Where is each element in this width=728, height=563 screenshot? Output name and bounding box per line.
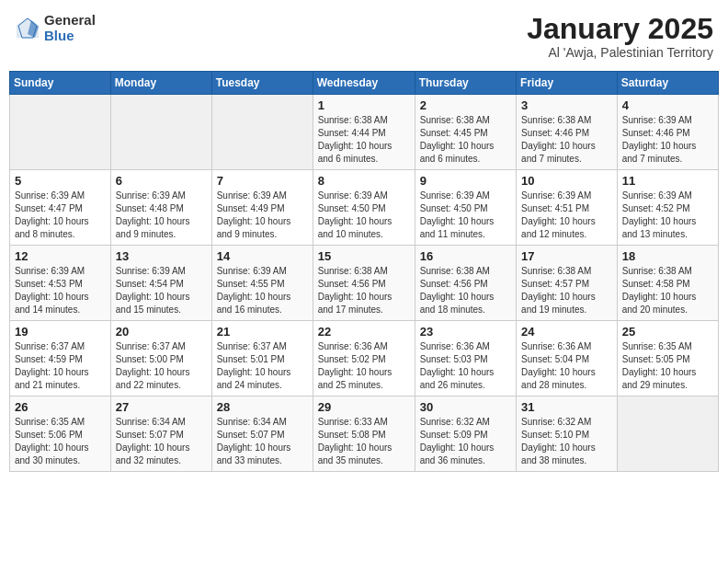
logo-general-text: General: [44, 13, 96, 29]
day-number: 24: [521, 325, 612, 339]
day-number: 4: [622, 98, 713, 112]
calendar-cell: 29Sunrise: 6:33 AM Sunset: 5:08 PM Dayli…: [313, 396, 415, 472]
calendar-cell: 14Sunrise: 6:39 AM Sunset: 4:55 PM Dayli…: [211, 246, 313, 321]
day-number: 28: [217, 400, 308, 414]
day-info: Sunrise: 6:38 AM Sunset: 4:58 PM Dayligh…: [622, 265, 713, 316]
day-info: Sunrise: 6:38 AM Sunset: 4:46 PM Dayligh…: [521, 114, 612, 166]
calendar-cell: 12Sunrise: 6:39 AM Sunset: 4:53 PM Dayli…: [10, 246, 111, 321]
day-number: 31: [521, 400, 612, 414]
day-number: 8: [318, 174, 410, 188]
calendar-cell: 6Sunrise: 6:39 AM Sunset: 4:48 PM Daylig…: [110, 170, 211, 246]
day-info: Sunrise: 6:39 AM Sunset: 4:48 PM Dayligh…: [116, 190, 207, 241]
calendar-cell: 23Sunrise: 6:36 AM Sunset: 5:03 PM Dayli…: [415, 321, 516, 396]
calendar-cell: 26Sunrise: 6:35 AM Sunset: 5:06 PM Dayli…: [10, 396, 111, 472]
calendar-cell: [617, 396, 718, 472]
day-number: 3: [521, 98, 612, 112]
day-info: Sunrise: 6:38 AM Sunset: 4:57 PM Dayligh…: [521, 265, 612, 316]
day-number: 27: [116, 400, 207, 414]
calendar-cell: 3Sunrise: 6:38 AM Sunset: 4:46 PM Daylig…: [517, 95, 618, 170]
logo-blue-text: Blue: [44, 29, 96, 44]
calendar-week-row: 19Sunrise: 6:37 AM Sunset: 4:59 PM Dayli…: [10, 321, 719, 396]
weekday-header-saturday: Saturday: [617, 72, 718, 95]
day-info: Sunrise: 6:36 AM Sunset: 5:02 PM Dayligh…: [318, 340, 410, 392]
logo: General Blue: [15, 13, 96, 43]
day-info: Sunrise: 6:39 AM Sunset: 4:51 PM Dayligh…: [521, 190, 612, 241]
day-info: Sunrise: 6:39 AM Sunset: 4:52 PM Dayligh…: [622, 190, 713, 241]
day-info: Sunrise: 6:39 AM Sunset: 4:46 PM Dayligh…: [622, 114, 713, 166]
weekday-header-sunday: Sunday: [10, 72, 111, 95]
calendar-cell: 18Sunrise: 6:38 AM Sunset: 4:58 PM Dayli…: [617, 246, 718, 321]
calendar-cell: 16Sunrise: 6:38 AM Sunset: 4:56 PM Dayli…: [415, 246, 516, 321]
page-header: General Blue January 2025 Al 'Awja, Pale…: [9, 9, 719, 63]
calendar-cell: [10, 95, 111, 170]
day-info: Sunrise: 6:38 AM Sunset: 4:45 PM Dayligh…: [420, 114, 511, 166]
day-number: 16: [420, 249, 511, 263]
day-info: Sunrise: 6:39 AM Sunset: 4:50 PM Dayligh…: [420, 190, 511, 241]
weekday-header-tuesday: Tuesday: [211, 72, 313, 95]
calendar-cell: 30Sunrise: 6:32 AM Sunset: 5:09 PM Dayli…: [415, 396, 516, 472]
calendar-cell: 22Sunrise: 6:36 AM Sunset: 5:02 PM Dayli…: [313, 321, 415, 396]
calendar-cell: 17Sunrise: 6:38 AM Sunset: 4:57 PM Dayli…: [517, 246, 618, 321]
calendar-week-row: 12Sunrise: 6:39 AM Sunset: 4:53 PM Dayli…: [10, 246, 719, 321]
day-info: Sunrise: 6:39 AM Sunset: 4:53 PM Dayligh…: [15, 265, 106, 316]
calendar-cell: 13Sunrise: 6:39 AM Sunset: 4:54 PM Dayli…: [110, 246, 211, 321]
calendar-week-row: 5Sunrise: 6:39 AM Sunset: 4:47 PM Daylig…: [10, 170, 719, 246]
calendar-cell: 8Sunrise: 6:39 AM Sunset: 4:50 PM Daylig…: [313, 170, 415, 246]
calendar-cell: 21Sunrise: 6:37 AM Sunset: 5:01 PM Dayli…: [211, 321, 313, 396]
day-number: 22: [318, 325, 410, 339]
day-number: 9: [420, 174, 511, 188]
calendar-cell: 25Sunrise: 6:35 AM Sunset: 5:05 PM Dayli…: [617, 321, 718, 396]
day-info: Sunrise: 6:39 AM Sunset: 4:55 PM Dayligh…: [217, 265, 308, 316]
day-number: 7: [217, 174, 308, 188]
day-info: Sunrise: 6:37 AM Sunset: 5:00 PM Dayligh…: [116, 340, 207, 392]
month-title: January 2025: [527, 13, 713, 45]
day-number: 14: [217, 249, 308, 263]
calendar-cell: 1Sunrise: 6:38 AM Sunset: 4:44 PM Daylig…: [313, 95, 415, 170]
calendar-cell: 10Sunrise: 6:39 AM Sunset: 4:51 PM Dayli…: [517, 170, 618, 246]
day-number: 11: [622, 174, 713, 188]
calendar-cell: 9Sunrise: 6:39 AM Sunset: 4:50 PM Daylig…: [415, 170, 516, 246]
day-number: 26: [15, 400, 106, 414]
calendar-cell: 5Sunrise: 6:39 AM Sunset: 4:47 PM Daylig…: [10, 170, 111, 246]
calendar-cell: 19Sunrise: 6:37 AM Sunset: 4:59 PM Dayli…: [10, 321, 111, 396]
calendar-week-row: 1Sunrise: 6:38 AM Sunset: 4:44 PM Daylig…: [10, 95, 719, 170]
day-info: Sunrise: 6:37 AM Sunset: 5:01 PM Dayligh…: [217, 340, 308, 392]
day-info: Sunrise: 6:39 AM Sunset: 4:50 PM Dayligh…: [318, 190, 410, 241]
calendar-week-row: 26Sunrise: 6:35 AM Sunset: 5:06 PM Dayli…: [10, 396, 719, 472]
weekday-header-friday: Friday: [517, 72, 618, 95]
day-number: 10: [521, 174, 612, 188]
day-number: 1: [318, 98, 410, 112]
day-number: 6: [116, 174, 207, 188]
weekday-header-thursday: Thursday: [415, 72, 516, 95]
weekday-header-monday: Monday: [110, 72, 211, 95]
calendar-cell: [110, 95, 211, 170]
day-info: Sunrise: 6:39 AM Sunset: 4:49 PM Dayligh…: [217, 190, 308, 241]
calendar-cell: 7Sunrise: 6:39 AM Sunset: 4:49 PM Daylig…: [211, 170, 313, 246]
day-number: 2: [420, 98, 511, 112]
day-info: Sunrise: 6:32 AM Sunset: 5:09 PM Dayligh…: [420, 416, 511, 467]
calendar-cell: [211, 95, 313, 170]
day-info: Sunrise: 6:39 AM Sunset: 4:54 PM Dayligh…: [116, 265, 207, 316]
weekday-header-wednesday: Wednesday: [313, 72, 415, 95]
day-number: 17: [521, 249, 612, 263]
day-info: Sunrise: 6:38 AM Sunset: 4:56 PM Dayligh…: [318, 265, 410, 316]
day-info: Sunrise: 6:32 AM Sunset: 5:10 PM Dayligh…: [521, 416, 612, 467]
day-number: 23: [420, 325, 511, 339]
calendar-cell: 2Sunrise: 6:38 AM Sunset: 4:45 PM Daylig…: [415, 95, 516, 170]
day-number: 29: [318, 400, 410, 414]
logo-text: General Blue: [44, 13, 96, 43]
calendar-cell: 20Sunrise: 6:37 AM Sunset: 5:00 PM Dayli…: [110, 321, 211, 396]
calendar-cell: 28Sunrise: 6:34 AM Sunset: 5:07 PM Dayli…: [211, 396, 313, 472]
calendar-cell: 24Sunrise: 6:36 AM Sunset: 5:04 PM Dayli…: [517, 321, 618, 396]
calendar-cell: 15Sunrise: 6:38 AM Sunset: 4:56 PM Dayli…: [313, 246, 415, 321]
day-number: 13: [116, 249, 207, 263]
location-subtitle: Al 'Awja, Palestinian Territory: [527, 45, 713, 60]
day-info: Sunrise: 6:35 AM Sunset: 5:05 PM Dayligh…: [622, 340, 713, 392]
calendar-table: SundayMondayTuesdayWednesdayThursdayFrid…: [9, 71, 719, 472]
day-number: 18: [622, 249, 713, 263]
day-info: Sunrise: 6:38 AM Sunset: 4:56 PM Dayligh…: [420, 265, 511, 316]
day-number: 19: [15, 325, 106, 339]
day-number: 5: [15, 174, 106, 188]
day-info: Sunrise: 6:36 AM Sunset: 5:03 PM Dayligh…: [420, 340, 511, 392]
calendar-cell: 27Sunrise: 6:34 AM Sunset: 5:07 PM Dayli…: [110, 396, 211, 472]
